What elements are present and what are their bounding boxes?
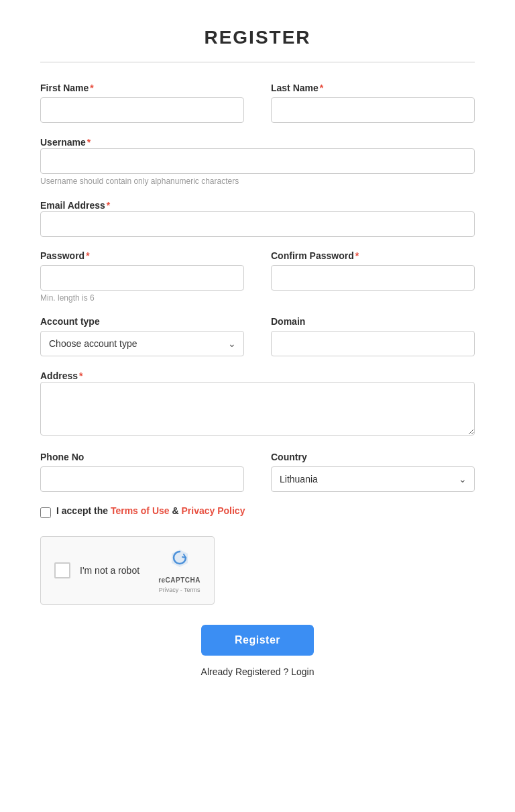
account-type-label: Account type — [40, 316, 244, 327]
account-type-wrapper: Choose account type ⌄ — [40, 331, 244, 356]
divider — [40, 62, 475, 62]
first-name-label: First Name* — [40, 83, 244, 93]
password-label: Password* — [40, 250, 244, 261]
account-domain-row: Account type Choose account type ⌄ Domai… — [40, 316, 475, 356]
username-group: Username* Username should contain only a… — [40, 136, 475, 186]
country-label: Country — [271, 452, 475, 462]
country-group: Country AfghanistanAlbaniaAlgeriaArmenia… — [271, 452, 475, 492]
confirm-password-group: Confirm Password* — [271, 250, 475, 303]
already-registered-text: Already Registered ? Login — [40, 666, 475, 677]
address-label: Address* — [40, 370, 82, 381]
terms-of-use-link[interactable]: Terms of Use — [111, 505, 170, 516]
password-row: Password* Min. length is 6 Confirm Passw… — [40, 250, 475, 303]
recaptcha-checkbox[interactable] — [54, 562, 70, 578]
page-title: REGISTER — [40, 27, 475, 48]
address-group: Address* — [40, 370, 475, 438]
recaptcha-left: I'm not a robot — [54, 562, 139, 578]
recaptcha-label: I'm not a robot — [80, 565, 139, 576]
register-form: First Name* Last Name* Username* Usernam… — [40, 83, 475, 677]
address-input[interactable] — [40, 382, 475, 436]
page-container: REGISTER First Name* Last Name* Username… — [0, 0, 515, 717]
email-label: Email Address* — [40, 200, 110, 211]
email-group: Email Address* — [40, 199, 475, 237]
phone-country-row: Phone No Country AfghanistanAlbaniaAlger… — [40, 452, 475, 492]
confirm-password-label: Confirm Password* — [271, 250, 475, 261]
last-name-input[interactable] — [271, 97, 475, 123]
recaptcha-policy-links: Privacy - Terms — [159, 587, 201, 593]
password-group: Password* Min. length is 6 — [40, 250, 244, 303]
btn-area: Register Already Registered ? Login — [40, 625, 475, 677]
first-name-group: First Name* — [40, 83, 244, 123]
password-input[interactable] — [40, 265, 244, 291]
domain-label: Domain — [271, 316, 475, 327]
recaptcha-right: reCAPTCHA Privacy - Terms — [158, 548, 201, 593]
username-hint: Username should contain only alphanumeri… — [40, 176, 475, 186]
register-button[interactable]: Register — [201, 625, 314, 656]
account-type-select[interactable]: Choose account type — [40, 331, 244, 356]
recaptcha-logo-icon — [169, 548, 190, 574]
first-name-input[interactable] — [40, 97, 244, 123]
domain-group: Domain — [271, 316, 475, 356]
phone-input[interactable] — [40, 466, 244, 492]
phone-label: Phone No — [40, 452, 244, 462]
terms-checkbox[interactable] — [40, 507, 51, 518]
privacy-policy-link[interactable]: Privacy Policy — [181, 505, 245, 516]
phone-group: Phone No — [40, 452, 244, 492]
account-type-group: Account type Choose account type ⌄ — [40, 316, 244, 356]
username-label: Username* — [40, 137, 91, 148]
terms-label[interactable]: I accept the Terms of Use & Privacy Poli… — [56, 505, 245, 516]
confirm-password-input[interactable] — [271, 265, 475, 291]
last-name-label: Last Name* — [271, 83, 475, 93]
last-name-group: Last Name* — [271, 83, 475, 123]
country-select[interactable]: AfghanistanAlbaniaAlgeriaArmeniaAustrali… — [271, 466, 475, 492]
recaptcha-brand-text: reCAPTCHA — [158, 576, 201, 584]
recaptcha-terms-link[interactable]: Terms — [184, 587, 201, 593]
country-wrapper: AfghanistanAlbaniaAlgeriaArmeniaAustrali… — [271, 466, 475, 492]
password-hint: Min. length is 6 — [40, 293, 244, 303]
email-input[interactable] — [40, 211, 475, 237]
domain-input[interactable] — [271, 331, 475, 356]
recaptcha-privacy-link[interactable]: Privacy — [159, 587, 179, 593]
recaptcha-widget[interactable]: I'm not a robot reCAPTCHA Privacy - Term… — [40, 536, 215, 605]
name-row: First Name* Last Name* — [40, 83, 475, 123]
username-input[interactable] — [40, 148, 475, 174]
terms-row: I accept the Terms of Use & Privacy Poli… — [40, 505, 475, 520]
